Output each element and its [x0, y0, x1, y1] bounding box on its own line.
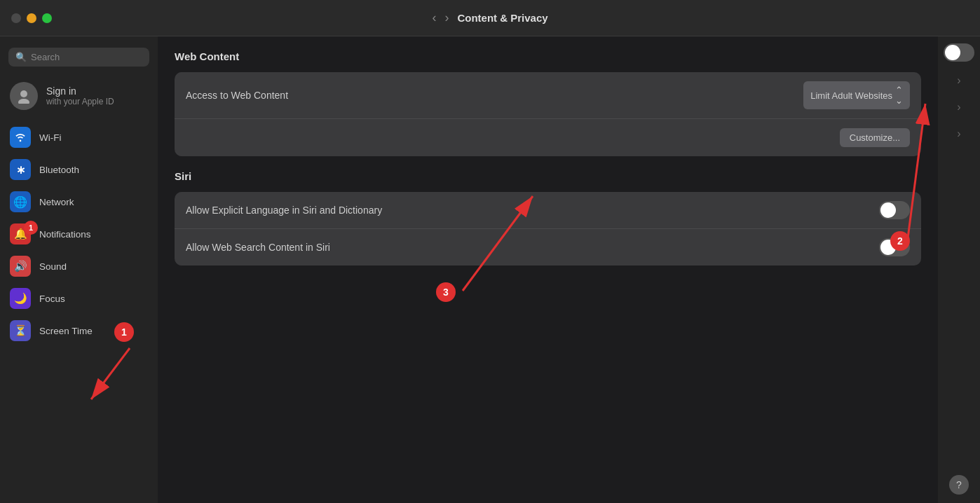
access-to-web-content-row: Access to Web Content Limit Adult Websit… — [175, 72, 921, 119]
access-web-label: Access to Web Content — [186, 90, 288, 101]
sidebar-item-focus-label: Focus — [39, 294, 65, 304]
signin-line2: with your Apple ID — [46, 97, 114, 106]
sound-icon: 🔊 — [10, 256, 31, 277]
explicit-language-toggle[interactable] — [879, 201, 910, 219]
forward-arrow[interactable]: › — [444, 11, 449, 25]
svg-point-1 — [18, 99, 29, 104]
dropdown-value: Limit Adult Websites — [810, 90, 892, 101]
sidebar-item-sound[interactable]: 🔊 Sound — [0, 250, 158, 282]
right-chevron-3[interactable]: › — [953, 123, 965, 144]
wifi-icon — [10, 127, 31, 148]
sidebar-item-bluetooth[interactable]: ∗ Bluetooth — [0, 153, 158, 186]
web-content-title: Web Content — [175, 50, 921, 62]
focus-icon: 🌙 — [10, 288, 31, 309]
sidebar-item-wifi-label: Wi-Fi — [39, 132, 61, 143]
signin-text: Sign in with your Apple ID — [46, 85, 114, 106]
main-layout: 🔍 Search Sign in with your Apple ID — [0, 36, 980, 503]
customize-button[interactable]: Customize... — [840, 128, 910, 147]
sidebar-item-wifi[interactable]: Wi-Fi — [0, 121, 158, 153]
sidebar: 🔍 Search Sign in with your Apple ID — [0, 36, 158, 503]
web-search-siri-toggle[interactable] — [879, 238, 910, 256]
customize-row: Customize... — [175, 119, 921, 156]
explicit-language-label: Allow Explicit Language in Siri and Dict… — [186, 205, 382, 216]
signin-line1: Sign in — [46, 85, 114, 97]
screentime-icon: ⏳ — [10, 320, 31, 341]
right-chevron-2[interactable]: › — [953, 97, 965, 118]
sidebar-item-screentime[interactable]: ⏳ Screen Time — [0, 315, 158, 347]
search-icon: 🔍 — [15, 52, 27, 62]
sidebar-item-bluetooth-label: Bluetooth — [39, 165, 79, 175]
web-content-group: Access to Web Content Limit Adult Websit… — [175, 72, 921, 156]
web-content-dropdown[interactable]: Limit Adult Websites ⌃⌄ — [803, 81, 910, 109]
sidebar-item-notifications-label: Notifications — [39, 229, 91, 240]
right-chevron-1[interactable]: › — [953, 70, 965, 91]
web-search-siri-label: Allow Web Search Content in Siri — [186, 242, 330, 253]
siri-title: Siri — [175, 170, 921, 182]
title-bar-center: ‹ › Content & Privacy — [432, 11, 547, 25]
page-title: Content & Privacy — [457, 12, 547, 24]
help-button[interactable]: ? — [949, 475, 969, 495]
notifications-badge: 1 — [24, 221, 38, 235]
sidebar-item-sound-label: Sound — [39, 261, 67, 272]
explicit-language-row: Allow Explicit Language in Siri and Dict… — [175, 192, 921, 229]
content-area: Web Content Access to Web Content Limit … — [158, 36, 938, 503]
close-button[interactable] — [11, 13, 21, 23]
network-icon: 🌐 — [10, 191, 31, 212]
sidebar-item-screentime-label: Screen Time — [39, 326, 93, 336]
svg-point-0 — [20, 90, 27, 97]
bluetooth-icon: ∗ — [10, 159, 31, 180]
search-input[interactable]: Search — [31, 52, 60, 62]
web-search-siri-row: Allow Web Search Content in Siri — [175, 229, 921, 266]
sidebar-item-focus[interactable]: 🌙 Focus — [0, 282, 158, 315]
access-web-right: Limit Adult Websites ⌃⌄ — [803, 81, 910, 109]
title-bar: ‹ › Content & Privacy — [0, 0, 980, 36]
right-toggle[interactable] — [944, 43, 974, 62]
sidebar-item-network-label: Network — [39, 197, 74, 207]
maximize-button[interactable] — [42, 13, 52, 23]
avatar — [10, 82, 38, 110]
search-bar[interactable]: 🔍 Search — [8, 48, 149, 67]
sidebar-item-network[interactable]: 🌐 Network — [0, 186, 158, 218]
back-arrow[interactable]: ‹ — [432, 11, 436, 25]
signin-item[interactable]: Sign in with your Apple ID — [0, 75, 158, 121]
siri-group: Allow Explicit Language in Siri and Dict… — [175, 192, 921, 266]
chevron-up-down-icon: ⌃⌄ — [895, 85, 903, 106]
sidebar-item-notifications[interactable]: 🔔 1 Notifications — [0, 218, 158, 250]
minimize-button[interactable] — [27, 13, 36, 23]
window-controls — [11, 13, 52, 23]
right-panel: › › › ? — [938, 36, 980, 503]
